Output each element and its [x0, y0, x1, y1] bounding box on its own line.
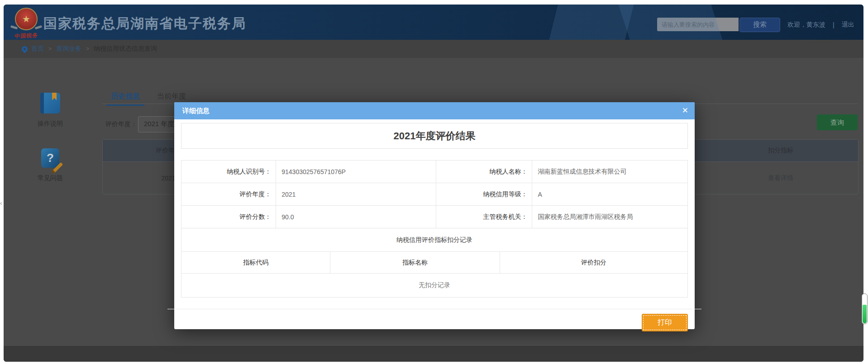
scrollbar-indicator-fill: [863, 305, 867, 323]
column-header-deduction: 扣分指标: [704, 140, 858, 161]
location-pin-icon: [20, 45, 29, 53]
question-pencil-icon: ?: [41, 148, 59, 168]
breadcrumb-section[interactable]: 查询业务: [56, 45, 81, 53]
query-button[interactable]: 查询: [817, 114, 858, 130]
evaluation-score-label: 评价分数：: [181, 206, 276, 228]
taxpayer-name-value: 湖南新蓝恒成信息技术有限公司: [532, 161, 688, 183]
site-title: 国家税务总局湖南省电子税务局: [43, 14, 246, 33]
evaluation-year-value: 2021: [276, 183, 436, 206]
evaluation-year-label: 评价年度：: [105, 120, 137, 128]
logo-caption: 中国税务: [11, 32, 41, 40]
deduction-records-table: 指标代码 指标名称 评价扣分 无扣分记录: [181, 251, 688, 298]
sidebar-item-label: 常见问题: [30, 174, 71, 182]
breadcrumb: 首页 > 查询业务 > 纳税信用状态信息查询: [4, 40, 863, 58]
evaluation-year-label: 评价年度：: [181, 183, 276, 206]
taxpayer-name-label: 纳税人名称：: [436, 161, 532, 183]
table-row: 评价分数： 90.0 主管税务机关： 国家税务总局湘潭市雨湖区税务局: [181, 206, 688, 228]
logout-link[interactable]: 退出: [842, 21, 854, 29]
column-header-indicator-name: 指标名称: [330, 252, 500, 274]
breadcrumb-current: 纳税信用状态信息查询: [94, 45, 157, 53]
sidebar-item-instructions[interactable]: 操作说明: [30, 93, 71, 128]
close-icon[interactable]: ✕: [682, 102, 688, 119]
no-deduction-records-text: 无扣分记录: [181, 274, 688, 298]
tab-history-info[interactable]: 历史信息: [111, 92, 140, 101]
credit-level-value: A: [532, 183, 688, 206]
collapse-panel-handle[interactable]: ‹: [0, 198, 4, 208]
sidebar-item-faq[interactable]: ? 常见问题: [30, 148, 71, 182]
table-row: 无扣分记录: [181, 274, 688, 298]
table-row: 纳税信用评价指标扣分记录: [181, 228, 688, 252]
book-icon: [40, 93, 60, 113]
evaluation-result-heading: 2021年度评价结果: [181, 123, 688, 149]
modal-titlebar: 详细信息 ✕: [174, 102, 695, 119]
table-header-row: 指标代码 指标名称 评价扣分: [181, 252, 688, 274]
breadcrumb-separator: >: [48, 46, 52, 52]
evaluation-score-value: 90.0: [276, 206, 436, 228]
modal-title: 详细信息: [174, 102, 695, 119]
taxpayer-id-value: 91430302576571076P: [276, 161, 436, 183]
user-divider: |: [833, 21, 835, 28]
welcome-text: 欢迎，黄东波: [787, 21, 825, 29]
national-emblem-icon: ★: [15, 8, 38, 30]
credit-level-label: 纳税信用等级：: [436, 183, 532, 206]
header-search-group: 搜索: [657, 18, 780, 31]
breadcrumb-separator: >: [86, 46, 89, 52]
view-details-link[interactable]: 查看详情: [704, 162, 858, 194]
deduction-section-table: 纳税信用评价指标扣分记录: [181, 228, 688, 252]
page-footer: [4, 346, 863, 362]
header-user-area: 欢迎，黄东波 | 退出: [787, 21, 854, 29]
detail-info-modal: 详细信息 ✕ 2021年度评价结果 纳税人识别号： 91430302576571…: [174, 102, 695, 329]
column-header-evaluation-deduction: 评价扣分: [500, 252, 687, 274]
evaluation-fields-table: 纳税人识别号： 91430302576571076P 纳税人名称： 湖南新蓝恒成…: [181, 160, 688, 228]
breadcrumb-home[interactable]: 首页: [31, 45, 44, 53]
table-row: 评价年度： 2021 纳税信用等级： A: [181, 183, 688, 206]
scrollbar-indicator[interactable]: [862, 293, 868, 324]
modal-footer: 打印: [174, 309, 695, 331]
evaluation-year-value: 2021 年度: [144, 120, 175, 128]
deduction-section-title: 纳税信用评价指标扣分记录: [181, 228, 688, 252]
sidebar-item-label: 操作说明: [30, 120, 71, 128]
search-input[interactable]: [657, 18, 739, 31]
emblem-star-icon: ★: [22, 14, 30, 24]
print-button[interactable]: 打印: [642, 314, 688, 331]
modal-body: 2021年度评价结果 纳税人识别号： 91430302576571076P 纳税…: [174, 119, 695, 298]
taxpayer-id-label: 纳税人识别号：: [181, 161, 276, 183]
tax-bureau-logo[interactable]: ★ 中国税务: [12, 8, 41, 40]
site-header: ★ 中国税务 国家税务总局湖南省电子税务局 搜索 欢迎，黄东波 | 退出: [4, 5, 863, 40]
tax-authority-value: 国家税务总局湘潭市雨湖区税务局: [532, 206, 688, 228]
tax-authority-label: 主管税务机关：: [436, 206, 532, 228]
search-button[interactable]: 搜索: [739, 18, 780, 32]
column-header-indicator-code: 指标代码: [181, 252, 330, 274]
tab-current-year[interactable]: 当前年度: [157, 92, 186, 101]
table-row: 纳税人识别号： 91430302576571076P 纳税人名称： 湖南新蓝恒成…: [181, 161, 688, 183]
